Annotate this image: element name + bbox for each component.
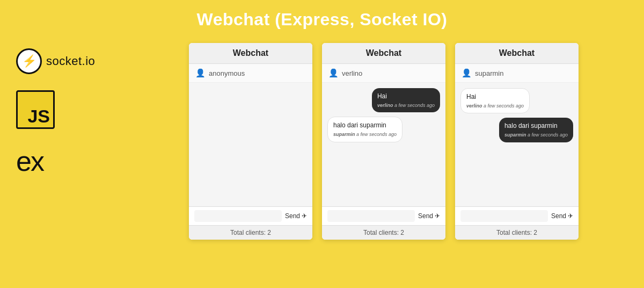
send-icon-2: ✈ xyxy=(435,212,440,220)
chat-window-1: Webchat 👤 anonymous Send ✈ Total clients… xyxy=(189,43,312,240)
username-3: suparmin xyxy=(475,69,503,77)
send-button-2[interactable]: Send ✈ xyxy=(418,212,440,220)
chat-header-1: Webchat xyxy=(189,43,312,64)
message-input-3[interactable] xyxy=(460,210,548,222)
bubble-meta: suparmin a few seconds ago xyxy=(333,131,397,138)
chat-header-3: Webchat xyxy=(455,43,579,64)
user-bar-1: 👤 anonymous xyxy=(189,64,312,83)
bubble-text: Hai xyxy=(377,92,435,101)
username-2: verlino xyxy=(342,69,362,77)
user-icon-3: 👤 xyxy=(462,68,472,78)
chat-messages-2[interactable]: Hai verlino a few seconds ago halo dari … xyxy=(322,83,445,206)
message-input-2[interactable] xyxy=(327,210,415,222)
bubble-meta: verlino a few seconds ago xyxy=(466,103,524,110)
message-bubble: halo dari suparmin suparmin a few second… xyxy=(327,117,402,142)
username-1: anonymous xyxy=(209,69,245,77)
socketio-logo: ⚡ socket.io xyxy=(16,48,95,74)
page-title: Webchat (Express, Socket IO) xyxy=(0,0,644,39)
chat-messages-1[interactable] xyxy=(189,83,312,206)
logos-area: ⚡ socket.io JS ex xyxy=(16,48,95,177)
chat-footer-1: Total clients: 2 xyxy=(189,225,312,240)
bubble-text: Hai xyxy=(466,92,524,102)
send-button-3[interactable]: Send ✈ xyxy=(551,212,573,220)
chat-input-area-2: Send ✈ xyxy=(322,206,445,225)
send-icon-1: ✈ xyxy=(302,212,307,220)
chat-header-2: Webchat xyxy=(322,43,445,64)
chat-windows-container: Webchat 👤 anonymous Send ✈ Total clients… xyxy=(134,43,633,240)
chat-window-2: Webchat 👤 verlino Hai verlino a few seco… xyxy=(322,43,445,240)
send-label-1: Send xyxy=(285,212,300,220)
send-label-2: Send xyxy=(418,212,433,220)
chat-footer-3: Total clients: 2 xyxy=(455,225,579,240)
user-bar-2: 👤 verlino xyxy=(322,64,445,83)
express-logo: ex xyxy=(16,145,43,177)
bubble-meta: suparmin a few seconds ago xyxy=(504,132,568,139)
user-bar-3: 👤 suparmin xyxy=(455,64,579,83)
chat-input-area-3: Send ✈ xyxy=(455,206,579,225)
js-text: JS xyxy=(27,107,50,125)
socketio-icon: ⚡ xyxy=(16,48,42,74)
user-icon-2: 👤 xyxy=(328,68,339,78)
bubble-meta: verlino a few seconds ago xyxy=(377,102,435,109)
chat-window-3: Webchat 👤 suparmin Hai verlino a few sec… xyxy=(455,43,579,240)
message-bubble: Hai verlino a few seconds ago xyxy=(460,88,530,113)
send-button-1[interactable]: Send ✈ xyxy=(285,212,307,220)
chat-footer-2: Total clients: 2 xyxy=(322,225,445,240)
socketio-text: socket.io xyxy=(46,54,95,68)
chat-messages-3[interactable]: Hai verlino a few seconds ago halo dari … xyxy=(455,83,579,206)
message-input-1[interactable] xyxy=(194,210,282,222)
chat-input-area-1: Send ✈ xyxy=(189,206,312,225)
message-bubble: halo dari suparmin suparmin a few second… xyxy=(499,118,573,142)
bubble-text: halo dari suparmin xyxy=(504,121,568,131)
send-label-3: Send xyxy=(551,212,566,220)
user-icon-1: 👤 xyxy=(195,68,206,78)
message-bubble: Hai verlino a few seconds ago xyxy=(372,88,440,112)
send-icon-3: ✈ xyxy=(568,212,573,220)
js-logo: JS xyxy=(16,90,55,129)
bubble-text: halo dari suparmin xyxy=(333,121,397,130)
bolt-icon: ⚡ xyxy=(22,54,36,68)
